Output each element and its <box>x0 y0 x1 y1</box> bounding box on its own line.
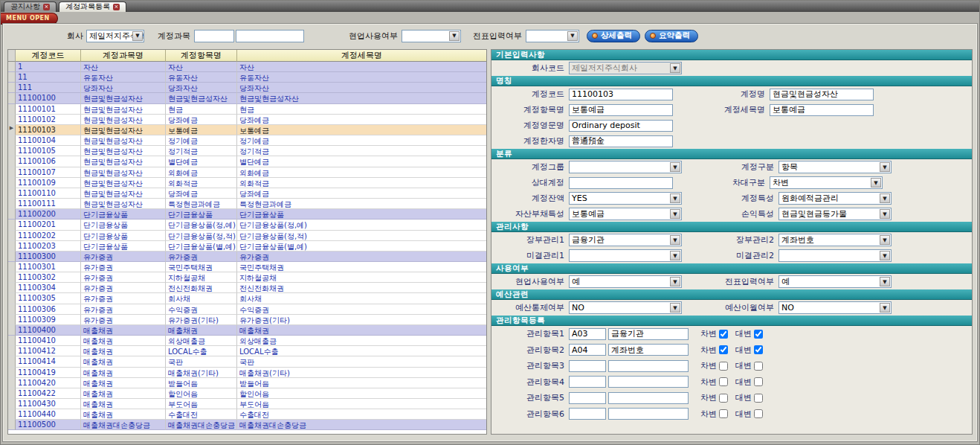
grid-row[interactable]: 11100419매출채권매출채권(기타)매출채권(기타) <box>8 368 486 378</box>
grid-row[interactable]: 11100306유가증권수익증권수익증권 <box>8 304 486 315</box>
grid-row[interactable]: 1자산자산자산 <box>8 62 486 72</box>
grid-row[interactable]: 11100106현금및현금성자산별단예금별단예금 <box>8 156 486 167</box>
field-select[interactable]: ▼ <box>569 161 682 173</box>
grid-row[interactable]: 11100500매출채권대손충당금매출채권대손충당금매출채권대손충당금 <box>8 420 486 430</box>
field: 장부관리1금융기관▼ <box>491 234 682 246</box>
grid-row[interactable]: 11100200단기금융상품단기금융상품단기금융상품 <box>8 209 486 220</box>
grid-row[interactable]: 11100440매출채권수출대전수출대전 <box>8 409 486 420</box>
grid-row[interactable]: 11100107현금및현금성자산외화예금외화예금 <box>8 167 486 178</box>
detail-print-button[interactable]: 상세출력 <box>587 30 640 42</box>
field-select[interactable]: NO▼ <box>778 301 892 314</box>
field-input[interactable] <box>569 89 673 100</box>
mgmt-name-input[interactable] <box>608 392 689 404</box>
field-input[interactable] <box>569 120 673 132</box>
grid-row[interactable]: 11100422매출채권할인어음할인어음 <box>8 388 486 399</box>
field-input[interactable] <box>770 104 874 116</box>
mgmt-code-input[interactable] <box>569 360 606 372</box>
cell-code: 11100200 <box>16 209 81 220</box>
company-select[interactable]: 제일저지주식회사 ▼ <box>86 30 144 42</box>
credit-checkbox[interactable] <box>754 362 763 371</box>
cell-detail: 정기적금 <box>237 146 486 156</box>
grid-row[interactable]: 11100300유가증권유가증권유가증권 <box>8 252 486 262</box>
grid-row[interactable]: 11100101현금및현금성자산현금현금 <box>8 104 486 115</box>
tab-close-icon[interactable]: × <box>43 4 50 10</box>
mgmt-name-input[interactable] <box>608 376 689 388</box>
grid-row[interactable]: 11100100현금및현금성자산현금및현금성자산현금및현금성자산 <box>8 93 486 103</box>
grid-row[interactable]: 11100309유가증권유가증권(기타)유가증권(기타) <box>8 315 486 325</box>
grid-header-item[interactable]: 계정항목명 <box>166 50 237 62</box>
debit-checkbox[interactable] <box>719 409 728 418</box>
field-select[interactable]: YES▼ <box>569 192 682 205</box>
credit-checkbox[interactable] <box>754 409 763 418</box>
grid-header-code[interactable]: 계정코드 <box>16 50 81 62</box>
grid-row[interactable]: 11100203단기금융상품단기금융상품(별,예)단기금융상품(별,예) <box>8 241 486 252</box>
field-select[interactable]: 계좌번호▼ <box>778 234 892 246</box>
grid-row[interactable]: 11100400매출채권매출채권매출채권 <box>8 325 486 336</box>
field-select[interactable]: 현금및현금등가물▼ <box>778 208 892 220</box>
grid-row[interactable]: 11100102현금및현금성자산당좌예금당좌예금 <box>8 115 486 125</box>
mgmt-name-input[interactable] <box>608 408 689 420</box>
tab-notice[interactable]: 공지사항 × <box>4 1 57 12</box>
grid-row[interactable]: 11100109현금및현금성자산외화적금외화적금 <box>8 178 486 188</box>
field-input[interactable] <box>569 104 673 116</box>
tab-close-icon[interactable]: × <box>113 4 120 10</box>
debit-checkbox[interactable] <box>719 345 728 354</box>
grid-row[interactable]: 11유동자산유동자산유동자산 <box>8 72 486 83</box>
grid-row[interactable]: ▶11100103현금및현금성자산보통예금보통예금 <box>8 125 486 135</box>
grid-row[interactable]: 11100301유가증권국민주택채권국민주택채권 <box>8 262 486 272</box>
field-input[interactable] <box>569 135 673 147</box>
mgmt-code-input[interactable] <box>569 392 606 404</box>
grid-row[interactable]: 11100201단기금융상품단기금융상품(정,예)단기금융상품(정,예) <box>8 220 486 230</box>
grid-row[interactable]: 11100202단기금융상품단기금융상품(정,적)단기금융상품(정,적) <box>8 231 486 241</box>
field-input[interactable] <box>770 89 874 100</box>
field-input[interactable] <box>569 177 673 189</box>
field-select[interactable]: 차변▼ <box>770 176 883 189</box>
grid-row[interactable]: 11100412매출채권LOCAL수출LOCAL수출 <box>8 346 486 356</box>
credit-checkbox[interactable] <box>754 377 763 386</box>
grid-row[interactable]: 111당좌자산당좌자산당좌자산 <box>8 83 486 93</box>
credit-checkbox[interactable] <box>754 330 763 339</box>
grid-row[interactable]: 11100104현금및현금성자산정기예금정기예금 <box>8 135 486 146</box>
grid-row[interactable]: 11100414매출채권국판국판 <box>8 356 486 367</box>
field-select[interactable]: 금융기관▼ <box>569 234 682 246</box>
field-select[interactable]: 예▼ <box>778 275 892 288</box>
active-use-select[interactable]: ▼ <box>402 30 461 42</box>
credit-checkbox[interactable] <box>754 394 763 403</box>
grid-row[interactable]: 11100430매출채권부도어음부도어음 <box>8 399 486 409</box>
grid-header-name[interactable]: 계정과목명 <box>81 50 166 62</box>
mgmt-code-input[interactable] <box>569 344 606 356</box>
grid-row[interactable]: 11100111현금및현금성자산특정현금과예금특정현금과예금 <box>8 199 486 209</box>
field-label: 전표입력여부 <box>701 276 778 287</box>
mgmt-name-input[interactable] <box>608 328 689 340</box>
summary-print-button[interactable]: 요약출력 <box>645 30 698 42</box>
field-select[interactable]: 예▼ <box>569 275 682 288</box>
field-select[interactable]: ▼ <box>778 249 892 262</box>
mgmt-code-input[interactable] <box>569 408 606 420</box>
grid-row[interactable]: 11100302유가증권지하철공채지하철공채 <box>8 272 486 283</box>
debit-checkbox[interactable] <box>719 394 728 403</box>
grid-header-detail[interactable]: 계정세목명 <box>237 50 486 62</box>
grid-row[interactable]: 11100420매출채권받을어음받을어음 <box>8 378 486 388</box>
grid-row[interactable]: 11100110현금및현금성자산당좌예금당좌예금 <box>8 188 486 199</box>
debit-checkbox[interactable] <box>719 377 728 386</box>
mgmt-code-input[interactable] <box>569 328 606 340</box>
slip-entry-select[interactable]: ▼ <box>526 30 579 42</box>
account-code-input[interactable] <box>194 30 234 42</box>
mgmt-name-input[interactable] <box>608 344 689 356</box>
grid-row[interactable]: 11100304유가증권전신전화채권전신전화채권 <box>8 283 486 293</box>
debit-checkbox[interactable] <box>719 330 728 339</box>
field-select[interactable]: 보통예금▼ <box>569 208 682 220</box>
field-select[interactable]: NO▼ <box>569 301 682 314</box>
field-select[interactable]: 항목▼ <box>778 161 892 173</box>
grid-row[interactable]: 11100305유가증권회사채회사채 <box>8 293 486 304</box>
account-name-input[interactable] <box>236 30 304 42</box>
mgmt-code-input[interactable] <box>569 376 606 388</box>
grid-row[interactable]: 11100105현금및현금성자산정기적금정기적금 <box>8 146 486 156</box>
field-select[interactable]: 원화예적금관리▼ <box>778 192 892 205</box>
credit-checkbox[interactable] <box>754 345 763 354</box>
debit-checkbox[interactable] <box>719 362 728 371</box>
mgmt-name-input[interactable] <box>608 360 689 372</box>
grid-row[interactable]: 11100410매출채권외상매출금외상매출금 <box>8 336 486 346</box>
field-select[interactable]: ▼ <box>569 249 682 262</box>
tab-account-registration[interactable]: 계정과목등록 × <box>59 1 126 12</box>
